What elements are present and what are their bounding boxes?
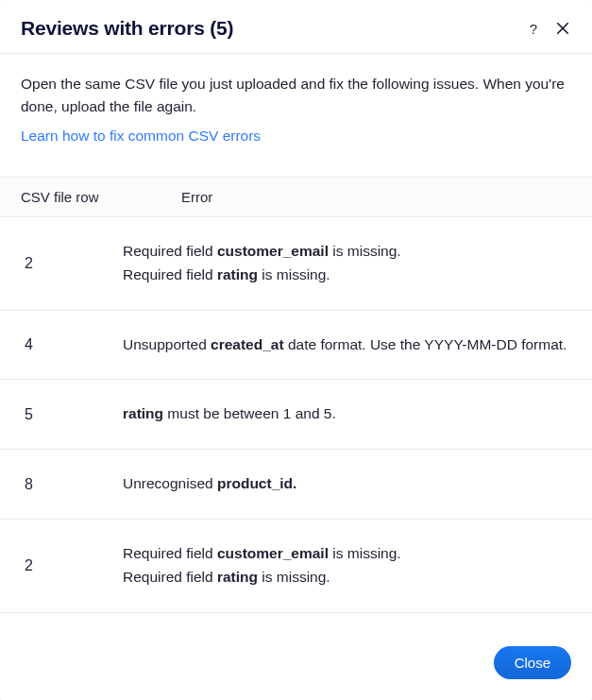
table-row: 8Unrecognised product_id. xyxy=(0,450,592,520)
error-line: rating must be between 1 and 5. xyxy=(123,402,571,426)
modal-header: Reviews with errors (5) ? xyxy=(0,0,592,53)
error-modal: Reviews with errors (5) ? Open the same … xyxy=(0,0,592,700)
table-row: 2Required field customer_email is missin… xyxy=(0,520,592,613)
table-row: 4Unsupported created_at date format. Use… xyxy=(0,311,592,381)
cell-error-message: Required field customer_email is missing… xyxy=(123,542,571,589)
cell-row-number: 4 xyxy=(21,336,123,353)
cell-row-number: 2 xyxy=(21,255,123,272)
header-actions: ? xyxy=(530,20,571,37)
table-header: CSV file row Error xyxy=(0,177,592,217)
error-field-name: rating xyxy=(217,266,258,282)
cell-row-number: 5 xyxy=(21,406,123,423)
cell-row-number: 2 xyxy=(21,557,123,574)
table-body: 2Required field customer_email is missin… xyxy=(0,217,592,613)
modal-footer: Close xyxy=(0,629,592,700)
col-header-error: Error xyxy=(181,189,571,205)
error-line: Unrecognised product_id. xyxy=(123,472,571,496)
errors-table: CSV file row Error 2Required field custo… xyxy=(0,177,592,613)
error-field-name: customer_email xyxy=(217,545,329,561)
cell-error-message: Unsupported created_at date format. Use … xyxy=(123,333,571,357)
cell-error-message: Unrecognised product_id. xyxy=(123,472,571,496)
error-line: Required field customer_email is missing… xyxy=(123,240,571,264)
table-row: 5rating must be between 1 and 5. xyxy=(0,380,592,450)
close-button[interactable]: Close xyxy=(494,646,571,679)
error-field-name: rating xyxy=(217,569,258,585)
table-row: 2Required field customer_email is missin… xyxy=(0,217,592,311)
error-field-name: created_at xyxy=(211,336,284,352)
col-header-row: CSV file row xyxy=(21,189,181,205)
modal-title: Reviews with errors (5) xyxy=(21,17,530,40)
close-icon[interactable] xyxy=(554,20,571,37)
cell-error-message: Required field customer_email is missing… xyxy=(123,240,571,287)
error-field-name: rating xyxy=(123,405,163,421)
help-icon[interactable]: ? xyxy=(530,22,537,36)
error-line: Required field rating is missing. xyxy=(123,566,571,589)
cell-error-message: rating must be between 1 and 5. xyxy=(123,402,571,426)
error-field-name: customer_email xyxy=(217,243,329,259)
error-line: Unsupported created_at date format. Use … xyxy=(123,333,571,357)
learn-link[interactable]: Learn how to fix common CSV errors xyxy=(21,128,261,145)
error-line: Required field customer_email is missing… xyxy=(123,542,571,566)
intro-text: Open the same CSV file you just uploaded… xyxy=(21,73,571,118)
intro-section: Open the same CSV file you just uploaded… xyxy=(0,54,592,150)
error-field-name: product_id. xyxy=(217,475,296,491)
error-line: Required field rating is missing. xyxy=(123,264,571,287)
cell-row-number: 8 xyxy=(21,476,123,493)
